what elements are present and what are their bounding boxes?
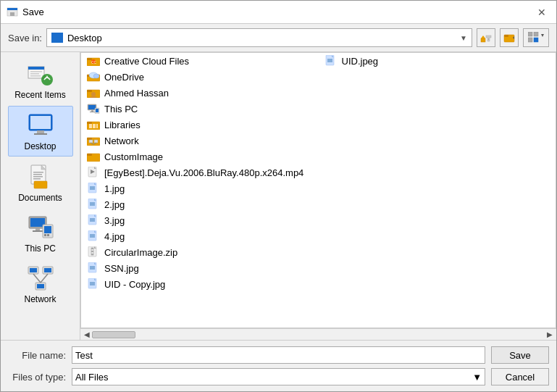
video-egybest-icon bbox=[87, 167, 100, 178]
file-4jpg-icon bbox=[87, 230, 100, 242]
save-in-icon bbox=[51, 33, 63, 43]
svg-rect-64 bbox=[90, 112, 95, 112]
filetype-row: Files of type: All Files ▼ Cancel bbox=[8, 368, 549, 385]
file-item-1jpg[interactable]: 1.jpg bbox=[81, 180, 556, 196]
recent-folders-button[interactable] bbox=[500, 28, 519, 47]
svg-rect-30 bbox=[34, 181, 47, 188]
file-name-libraries: Libraries bbox=[104, 120, 141, 130]
file-item-3jpg[interactable]: 3.jpg bbox=[81, 212, 556, 228]
save-in-dropdown[interactable]: Desktop ▼ bbox=[46, 28, 472, 47]
file-item-ssn[interactable]: SSN.jpg bbox=[81, 260, 556, 276]
file-item-this-pc[interactable]: This PC bbox=[81, 101, 556, 117]
thispc-small-icon bbox=[87, 103, 100, 114]
svg-rect-7 bbox=[504, 35, 508, 37]
svg-rect-93 bbox=[91, 251, 93, 252]
svg-marker-4 bbox=[481, 36, 485, 38]
folder-icon bbox=[503, 32, 515, 43]
file-item-4jpg[interactable]: 4.jpg bbox=[81, 228, 556, 244]
thispc-icon bbox=[26, 213, 55, 242]
svg-rect-11 bbox=[528, 38, 532, 42]
file-item-2jpg[interactable]: 2.jpg bbox=[81, 196, 556, 212]
horizontal-scrollbar[interactable]: ◀ ▶ bbox=[80, 328, 556, 340]
file-name-ssn: SSN.jpg bbox=[104, 263, 139, 274]
close-button[interactable]: ✕ bbox=[533, 4, 550, 21]
sidebar-item-documents[interactable]: Documents bbox=[8, 158, 73, 207]
file-item-ahmed-hassan[interactable]: Ahmed Hassan bbox=[81, 85, 556, 101]
svg-rect-26 bbox=[33, 172, 43, 173]
filename-row: File name: Save bbox=[8, 346, 549, 364]
sidebar-item-recent[interactable]: Recent Items bbox=[8, 55, 73, 104]
svg-rect-5 bbox=[486, 36, 491, 38]
file-name-creative-cloud: Creative Cloud Files bbox=[104, 56, 189, 67]
svg-rect-24 bbox=[34, 133, 47, 135]
file-item-onedrive[interactable]: OneDrive bbox=[81, 69, 556, 85]
svg-rect-92 bbox=[91, 248, 93, 249]
file-name-egybest: [EgyBest].Deja.Vu.2006.BluRay.480p.x264.… bbox=[104, 167, 303, 178]
file-3jpg-icon bbox=[87, 214, 100, 226]
file-item-circularimage[interactable]: CircularImage.zip bbox=[81, 244, 556, 260]
file-item-egybest[interactable]: [EgyBest].Deja.Vu.2006.BluRay.480p.x264.… bbox=[81, 164, 556, 180]
cancel-button[interactable]: Cancel bbox=[491, 368, 549, 385]
file-1jpg-icon bbox=[87, 183, 100, 194]
svg-rect-79 bbox=[87, 154, 92, 156]
folder-ahmed-hassan-icon bbox=[87, 87, 100, 99]
svg-rect-23 bbox=[37, 130, 44, 133]
desktop-icon bbox=[26, 111, 55, 140]
up-icon bbox=[480, 32, 492, 43]
scrollbar-thumb[interactable] bbox=[92, 331, 135, 338]
sidebar-item-network[interactable]: Network bbox=[8, 259, 73, 309]
svg-rect-66 bbox=[96, 109, 99, 112]
svg-rect-37 bbox=[44, 234, 46, 236]
svg-rect-22 bbox=[30, 116, 51, 129]
view-options-button[interactable] bbox=[523, 28, 549, 47]
save-button[interactable]: Save bbox=[491, 346, 549, 364]
file-item-libraries[interactable]: Libraries bbox=[81, 117, 556, 133]
svg-rect-27 bbox=[33, 174, 42, 175]
file-2jpg-icon bbox=[87, 199, 100, 210]
sidebar-item-documents-label: Documents bbox=[18, 193, 62, 203]
network-small-icon bbox=[87, 135, 100, 146]
sidebar-item-recent-label: Recent Items bbox=[14, 90, 66, 100]
svg-rect-62 bbox=[88, 105, 96, 109]
toolbar: Save in: Desktop ▼ bbox=[1, 24, 556, 51]
filename-input[interactable] bbox=[72, 346, 485, 364]
documents-icon bbox=[26, 162, 55, 191]
svg-line-45 bbox=[33, 274, 41, 283]
svg-marker-13 bbox=[541, 34, 544, 37]
file-row-1: CC Creative Cloud Files bbox=[81, 53, 556, 69]
view-icon bbox=[528, 32, 544, 43]
save-in-value: Desktop bbox=[67, 33, 456, 43]
sidebar-item-desktop[interactable]: Desktop bbox=[8, 106, 73, 157]
filename-label: File name: bbox=[8, 350, 66, 361]
filetype-dropdown[interactable]: All Files ▼ bbox=[72, 368, 485, 385]
up-folder-button[interactable] bbox=[477, 28, 495, 47]
sidebar-item-thispc-label: This PC bbox=[25, 243, 56, 254]
file-item-creative-cloud[interactable]: CC Creative Cloud Files bbox=[81, 53, 319, 69]
filetype-arrow-icon: ▼ bbox=[472, 372, 482, 383]
onedrive-icon bbox=[87, 71, 100, 83]
svg-rect-2 bbox=[10, 12, 14, 16]
svg-rect-63 bbox=[91, 110, 93, 112]
file-name-uid-jpeg: UID.jpeg bbox=[342, 56, 379, 67]
save-in-label: Save in: bbox=[8, 33, 42, 43]
svg-rect-17 bbox=[30, 73, 39, 75]
svg-rect-18 bbox=[30, 75, 41, 77]
save-dialog: Save ✕ Save in: Desktop ▼ bbox=[0, 0, 557, 392]
file-uid-jpeg-icon bbox=[324, 55, 338, 67]
file-item-network[interactable]: Network bbox=[81, 133, 556, 149]
svg-rect-1 bbox=[7, 8, 17, 10]
file-name-customimage: CustomImage bbox=[104, 151, 163, 162]
scroll-left-arrow[interactable]: ◀ bbox=[82, 330, 92, 338]
svg-rect-33 bbox=[35, 228, 40, 230]
sidebar-item-network-label: Network bbox=[24, 294, 56, 304]
svg-rect-3 bbox=[481, 38, 485, 42]
svg-rect-58 bbox=[87, 90, 92, 92]
svg-rect-71 bbox=[96, 124, 98, 128]
file-item-uid-copy[interactable]: UID - Copy.jpg bbox=[81, 276, 556, 292]
scroll-right-arrow[interactable]: ▶ bbox=[545, 330, 555, 338]
file-item-uid-jpeg[interactable]: UID.jpeg bbox=[319, 53, 556, 69]
sidebar-item-desktop-label: Desktop bbox=[24, 141, 56, 151]
sidebar-item-thispc[interactable]: This PC bbox=[8, 209, 73, 258]
file-item-customimage[interactable]: CustomImage bbox=[81, 149, 556, 164]
recent-icon bbox=[26, 59, 55, 88]
